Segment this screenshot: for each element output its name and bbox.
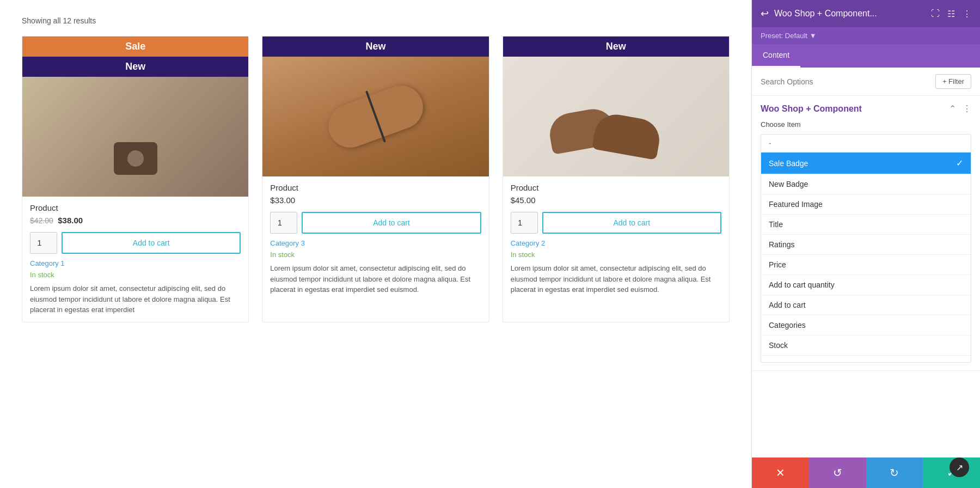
badge-container-3: New (503, 36, 729, 57)
dropdown-item-label-featured-image: Featured Image (769, 200, 823, 209)
component-section: Woo Shop + Component ⌃ ⋮ Choose Item - S… (752, 96, 980, 371)
dropdown-item-label-categories: Categories (769, 321, 806, 330)
search-options-input[interactable] (761, 77, 931, 86)
product-name-2: Product (270, 183, 481, 192)
panel-preset-bar[interactable]: Preset: Default ▼ (752, 27, 980, 44)
stock-status-2: In stock (270, 251, 481, 259)
right-panel: ↩ Woo Shop + Component... ⛶ ☷ ⋮ Preset: … (751, 0, 980, 488)
fullscreen-icon[interactable]: ⛶ (931, 9, 940, 19)
product-image-2 (262, 57, 488, 176)
new-badge-2: New (262, 36, 488, 57)
stock-status-3: In stock (511, 251, 721, 259)
component-header: Woo Shop + Component ⌃ ⋮ (761, 103, 971, 114)
dropdown-item-add-to-cart-quantity[interactable]: Add to cart quantity (761, 275, 971, 295)
check-icon-sale-badge: ✓ (956, 158, 963, 168)
add-to-cart-btn-2[interactable]: Add to cart (302, 212, 481, 234)
badge-container-2: New (262, 36, 488, 57)
undo-button[interactable]: ↺ (809, 457, 866, 488)
product-card-3: New Product $45.00 Add to cart Category … (503, 36, 730, 322)
more-options-icon[interactable]: ⋮ (963, 103, 971, 114)
product-description-3: Lorem ipsum dolor sit amet, consectetur … (511, 263, 721, 295)
new-badge-3: New (503, 36, 729, 57)
dropdown-item-title[interactable]: Title (761, 215, 971, 235)
component-header-actions: ⌃ ⋮ (949, 103, 971, 114)
category-link-1[interactable]: Category 1 (30, 259, 241, 267)
redo-icon: ↻ (890, 466, 899, 479)
sale-badge-1: Sale (22, 36, 248, 57)
dropdown-list: - Sale Badge ✓ New Badge Featured Image … (761, 134, 971, 363)
product-info-2: Product $33.00 Add to cart Category 3 In… (262, 176, 488, 302)
category-link-2[interactable]: Category 3 (270, 239, 481, 247)
main-content: Showing all 12 results Sale New Product … (0, 0, 751, 488)
cursor-indicator: ↗ (950, 457, 969, 477)
price-container-3: $45.00 (511, 196, 721, 205)
new-badge-1: New (22, 57, 248, 77)
undo-icon: ↺ (833, 466, 842, 479)
panel-header: ↩ Woo Shop + Component... ⛶ ☷ ⋮ (752, 0, 980, 27)
dropdown-item-label-new-badge: New Badge (769, 180, 808, 188)
product-card-1: Sale New Product $42.00 $38.00 Add to ca… (22, 36, 249, 322)
dropdown-item-label-title: Title (769, 220, 783, 229)
dropdown-item-sale-badge[interactable]: Sale Badge ✓ (761, 152, 971, 174)
component-title: Woo Shop + Component (761, 104, 862, 114)
dropdown-item-label-ratings: Ratings (769, 240, 794, 249)
preset-chevron-icon: ▼ (810, 32, 817, 40)
cancel-button[interactable]: ✕ (752, 457, 809, 488)
panel-title: Woo Shop + Component... (774, 9, 926, 19)
badge-container-1: Sale New (22, 36, 248, 77)
dropdown-item-stock[interactable]: Stock (761, 335, 971, 356)
cursor-icon-glyph: ↗ (956, 462, 963, 473)
add-to-cart-row-2: Add to cart (270, 212, 481, 234)
qty-input-3[interactable] (511, 212, 538, 234)
add-to-cart-btn-1[interactable]: Add to cart (62, 232, 241, 254)
dropdown-item-label-add-to-cart: Add to cart (769, 301, 806, 309)
dropdown-item-add-to-cart[interactable]: Add to cart (761, 295, 971, 315)
layout-icon[interactable]: ☷ (947, 9, 955, 19)
dropdown-item-dash[interactable]: - (761, 135, 971, 152)
dropdown-item-label-add-to-cart-quantity: Add to cart quantity (769, 280, 835, 289)
price-regular-2: $33.00 (270, 196, 295, 205)
bottom-action-bar: ✕ ↺ ↻ ✓ (752, 457, 980, 488)
back-icon[interactable]: ↩ (761, 8, 769, 20)
price-container-2: $33.00 (270, 196, 481, 205)
dropdown-item-ratings[interactable]: Ratings (761, 235, 971, 255)
price-new-1: $38.00 (58, 216, 83, 225)
panel-header-icons: ⛶ ☷ ⋮ (931, 9, 971, 19)
redo-button[interactable]: ↻ (866, 457, 923, 488)
price-old-1: $42.00 (30, 216, 53, 225)
qty-input-1[interactable] (30, 232, 57, 254)
category-link-3[interactable]: Category 2 (511, 239, 721, 247)
dropdown-item-description[interactable]: Description (761, 356, 971, 363)
more-icon[interactable]: ⋮ (963, 9, 971, 19)
dropdown-item-label-price: Price (769, 260, 786, 269)
product-name-3: Product (511, 183, 721, 192)
product-image-1 (22, 77, 248, 197)
add-to-cart-btn-3[interactable]: Add to cart (542, 212, 721, 234)
dropdown-item-new-badge[interactable]: New Badge (761, 174, 971, 194)
collapse-icon[interactable]: ⌃ (949, 103, 956, 114)
product-info-3: Product $45.00 Add to cart Category 2 In… (503, 176, 729, 302)
dropdown-item-label-description: Description (769, 361, 807, 363)
products-grid: Sale New Product $42.00 $38.00 Add to ca… (22, 36, 730, 322)
tab-content[interactable]: Content (752, 44, 800, 68)
product-description-2: Lorem ipsum dolor sit amet, consectetur … (270, 263, 481, 295)
results-count: Showing all 12 results (22, 16, 730, 25)
price-container-1: $42.00 $38.00 (30, 216, 241, 225)
dropdown-item-categories[interactable]: Categories (761, 315, 971, 335)
panel-tabs: Content (752, 44, 980, 68)
product-info-1: Product $42.00 $38.00 Add to cart Catego… (22, 197, 248, 322)
product-card-2: New Product $33.00 Add to cart Category … (262, 36, 489, 322)
choose-item-label: Choose Item (761, 120, 971, 129)
filter-button[interactable]: + Filter (935, 74, 971, 89)
product-image-3 (503, 57, 729, 176)
product-description-1: Lorem ipsum dolor sit amet, consectetur … (30, 283, 241, 315)
dropdown-item-featured-image[interactable]: Featured Image (761, 194, 971, 215)
stock-status-1: In stock (30, 271, 241, 279)
add-to-cart-row-3: Add to cart (511, 212, 721, 234)
price-regular-3: $45.00 (511, 196, 536, 205)
qty-input-2[interactable] (270, 212, 297, 234)
dropdown-item-price[interactable]: Price (761, 255, 971, 275)
panel-search-row: + Filter (752, 68, 980, 96)
dropdown-item-label-stock: Stock (769, 341, 788, 350)
product-name-1: Product (30, 203, 241, 212)
